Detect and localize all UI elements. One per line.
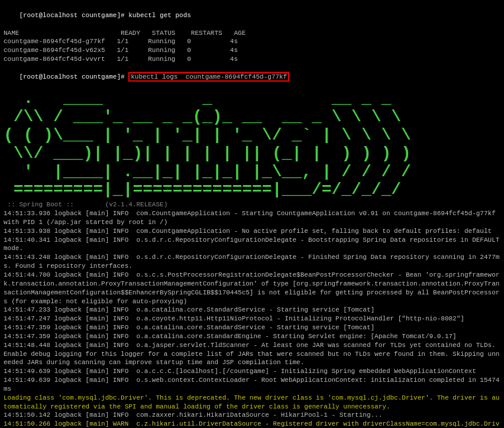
spring-logo: . ____ _ __ _ _ /\\ / ___'_ __ _ _(_)_ _…	[4, 90, 500, 199]
log-line-13: 14:51:50.142 logback [main] INFO com.zax…	[4, 411, 500, 420]
log-line-7: 14:51:47.359 logback [main] INFO o.a.cat…	[4, 323, 500, 332]
log-line-10: 14:51:49.639 logback [main] INFO o.a.c.c…	[4, 367, 500, 376]
log-line-5: 14:51:47.233 logback [main] INFO o.a.cat…	[4, 306, 500, 314]
line-prompt1: [root@localhost countgame]# kubectl get …	[4, 2, 500, 29]
pod1-line: countgame-8694fcf45d-g77kf 1/1 Running 0…	[4, 37, 500, 46]
log-line-8: 14:51:47.359 logback [main] INFO o.a.cat…	[4, 332, 500, 341]
log-line-3: 14:51:43.248 logback [main] INFO o.s.d.r…	[4, 253, 500, 271]
log-container: 14:51:33.936 logback [main] INFO com.Cou…	[4, 209, 500, 428]
log-line-14: 14:51:50.266 logback [main] WARN c.z.hik…	[4, 420, 500, 428]
log-line-1: 14:51:33.938 logback [main] INFO com.Cou…	[4, 227, 500, 236]
log-line-12: Loading class 'com.mysql.jdbc.Driver'. T…	[4, 394, 500, 411]
log-line-4: 14:51:44.700 logback [main] INFO o.s.c.s…	[4, 271, 500, 306]
cmd2-highlighted: kubectl logs countgame-8694fcf45d-g77kf	[128, 72, 289, 82]
cmd1: kubectl get pods	[128, 12, 191, 19]
log-line-6: 14:51:47.247 logback [main] INFO o.a.coy…	[4, 314, 500, 323]
pod2-line: countgame-8694fcf45d-v62x5 1/1 Running 0…	[4, 46, 500, 55]
prompt1: [root@localhost countgame]#	[19, 12, 128, 19]
log-line-9: 14:51:48.448 logback [main] INFO o.a.jas…	[4, 341, 500, 368]
log-line-0: 14:51:33.936 logback [main] INFO com.Cou…	[4, 209, 500, 227]
terminal-window: [root@localhost countgame]# kubectl get …	[0, 0, 504, 428]
spring-boot-version: :: Spring Boot :: (v2.1.4.RELEASE)	[4, 200, 500, 209]
log-line-11: 14:51:49.639 logback [main] INFO o.s.web…	[4, 376, 500, 394]
table-header: NAME READY STATUS RESTARTS AGE	[4, 29, 500, 38]
log-line-2: 14:51:40.341 logback [main] INFO o.s.d.r…	[4, 236, 500, 254]
prompt2: [root@localhost countgame]#	[19, 73, 128, 80]
pod3-line: countgame-8694fcf45d-vvvrt 1/1 Running 0…	[4, 55, 500, 64]
line-prompt2: [root@localhost countgame]# kubectl logs…	[4, 64, 500, 90]
